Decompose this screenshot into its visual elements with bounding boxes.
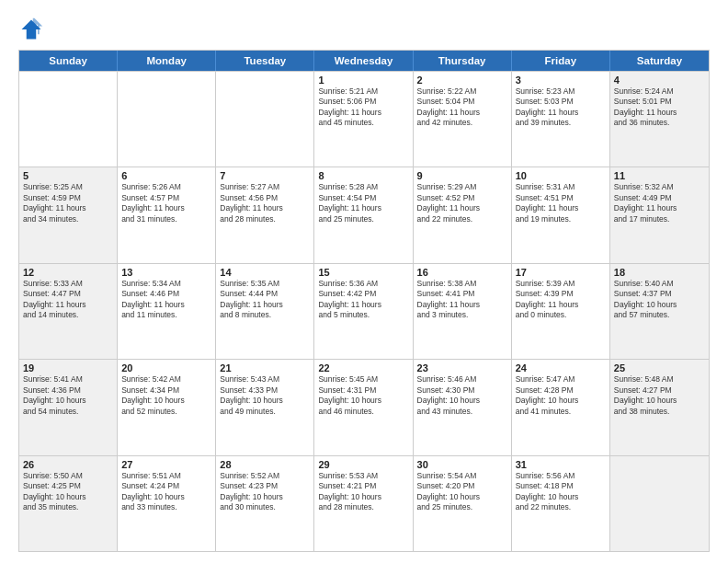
empty-cell-4-6 xyxy=(610,456,709,551)
day-cell-10: 10Sunrise: 5:31 AM Sunset: 4:51 PM Dayli… xyxy=(512,167,610,262)
calendar-row-0: 1Sunrise: 5:21 AM Sunset: 5:06 PM Daylig… xyxy=(19,71,709,167)
day-info: Sunrise: 5:22 AM Sunset: 5:04 PM Dayligh… xyxy=(417,86,507,129)
day-info: Sunrise: 5:48 AM Sunset: 4:27 PM Dayligh… xyxy=(614,374,705,417)
day-info: Sunrise: 5:27 AM Sunset: 4:56 PM Dayligh… xyxy=(220,182,310,224)
day-number: 3 xyxy=(516,75,606,86)
day-cell-9: 9Sunrise: 5:29 AM Sunset: 4:52 PM Daylig… xyxy=(414,167,512,262)
day-header-friday: Friday xyxy=(512,51,610,71)
day-info: Sunrise: 5:31 AM Sunset: 4:51 PM Dayligh… xyxy=(516,182,606,224)
day-number: 19 xyxy=(23,362,113,373)
day-number: 6 xyxy=(121,170,211,181)
calendar-row-1: 5Sunrise: 5:25 AM Sunset: 4:59 PM Daylig… xyxy=(19,167,709,262)
day-cell-5: 5Sunrise: 5:25 AM Sunset: 4:59 PM Daylig… xyxy=(19,167,118,262)
calendar: SundayMondayTuesdayWednesdayThursdayFrid… xyxy=(18,50,710,552)
calendar-body: 1Sunrise: 5:21 AM Sunset: 5:06 PM Daylig… xyxy=(19,71,709,551)
day-number: 5 xyxy=(23,170,113,181)
day-number: 29 xyxy=(318,459,408,470)
day-number: 4 xyxy=(614,75,705,86)
day-cell-12: 12Sunrise: 5:33 AM Sunset: 4:47 PM Dayli… xyxy=(19,264,118,359)
day-number: 28 xyxy=(220,459,310,470)
day-cell-16: 16Sunrise: 5:38 AM Sunset: 4:41 PM Dayli… xyxy=(414,264,512,359)
calendar-header-row: SundayMondayTuesdayWednesdayThursdayFrid… xyxy=(19,51,709,71)
day-number: 11 xyxy=(614,170,705,181)
day-number: 2 xyxy=(417,75,507,86)
day-info: Sunrise: 5:54 AM Sunset: 4:20 PM Dayligh… xyxy=(417,471,507,513)
day-number: 22 xyxy=(318,362,408,373)
day-info: Sunrise: 5:51 AM Sunset: 4:24 PM Dayligh… xyxy=(121,471,211,513)
day-info: Sunrise: 5:23 AM Sunset: 5:03 PM Dayligh… xyxy=(516,86,606,129)
day-info: Sunrise: 5:32 AM Sunset: 4:49 PM Dayligh… xyxy=(614,182,705,224)
day-cell-27: 27Sunrise: 5:51 AM Sunset: 4:24 PM Dayli… xyxy=(118,456,216,551)
day-header-thursday: Thursday xyxy=(414,51,512,71)
day-info: Sunrise: 5:45 AM Sunset: 4:31 PM Dayligh… xyxy=(318,374,408,417)
day-number: 16 xyxy=(417,267,507,278)
day-info: Sunrise: 5:34 AM Sunset: 4:46 PM Dayligh… xyxy=(121,279,211,321)
day-info: Sunrise: 5:41 AM Sunset: 4:36 PM Dayligh… xyxy=(23,374,113,417)
day-info: Sunrise: 5:21 AM Sunset: 5:06 PM Dayligh… xyxy=(318,86,408,129)
empty-cell-0-0 xyxy=(19,72,118,167)
day-cell-7: 7Sunrise: 5:27 AM Sunset: 4:56 PM Daylig… xyxy=(216,167,314,262)
day-cell-20: 20Sunrise: 5:42 AM Sunset: 4:34 PM Dayli… xyxy=(118,360,216,454)
day-info: Sunrise: 5:36 AM Sunset: 4:42 PM Dayligh… xyxy=(318,279,408,321)
day-number: 8 xyxy=(318,170,408,181)
day-info: Sunrise: 5:38 AM Sunset: 4:41 PM Dayligh… xyxy=(417,279,507,321)
day-number: 1 xyxy=(318,75,408,86)
day-info: Sunrise: 5:25 AM Sunset: 4:59 PM Dayligh… xyxy=(23,182,113,224)
day-cell-29: 29Sunrise: 5:53 AM Sunset: 4:21 PM Dayli… xyxy=(314,456,413,551)
day-number: 21 xyxy=(220,362,310,373)
calendar-row-2: 12Sunrise: 5:33 AM Sunset: 4:47 PM Dayli… xyxy=(19,263,709,359)
day-cell-23: 23Sunrise: 5:46 AM Sunset: 4:30 PM Dayli… xyxy=(414,360,512,454)
day-info: Sunrise: 5:50 AM Sunset: 4:25 PM Dayligh… xyxy=(23,471,113,513)
logo xyxy=(18,17,48,42)
day-info: Sunrise: 5:52 AM Sunset: 4:23 PM Dayligh… xyxy=(220,471,310,513)
day-info: Sunrise: 5:33 AM Sunset: 4:47 PM Dayligh… xyxy=(23,279,113,321)
day-info: Sunrise: 5:46 AM Sunset: 4:30 PM Dayligh… xyxy=(417,374,507,417)
day-number: 13 xyxy=(121,267,211,278)
empty-cell-0-2 xyxy=(216,72,314,167)
day-number: 17 xyxy=(516,267,606,278)
day-number: 25 xyxy=(614,362,705,373)
calendar-row-4: 26Sunrise: 5:50 AM Sunset: 4:25 PM Dayli… xyxy=(19,455,709,551)
day-header-sunday: Sunday xyxy=(19,51,118,71)
day-cell-24: 24Sunrise: 5:47 AM Sunset: 4:28 PM Dayli… xyxy=(512,360,610,454)
day-cell-30: 30Sunrise: 5:54 AM Sunset: 4:20 PM Dayli… xyxy=(414,456,512,551)
day-number: 9 xyxy=(417,170,507,181)
day-info: Sunrise: 5:40 AM Sunset: 4:37 PM Dayligh… xyxy=(614,279,705,321)
day-number: 26 xyxy=(23,459,113,470)
day-cell-3: 3Sunrise: 5:23 AM Sunset: 5:03 PM Daylig… xyxy=(512,72,610,167)
day-info: Sunrise: 5:42 AM Sunset: 4:34 PM Dayligh… xyxy=(121,374,211,417)
day-header-saturday: Saturday xyxy=(610,51,709,71)
day-cell-26: 26Sunrise: 5:50 AM Sunset: 4:25 PM Dayli… xyxy=(19,456,118,551)
day-cell-19: 19Sunrise: 5:41 AM Sunset: 4:36 PM Dayli… xyxy=(19,360,118,454)
day-info: Sunrise: 5:35 AM Sunset: 4:44 PM Dayligh… xyxy=(220,279,310,321)
day-cell-17: 17Sunrise: 5:39 AM Sunset: 4:39 PM Dayli… xyxy=(512,264,610,359)
calendar-row-3: 19Sunrise: 5:41 AM Sunset: 4:36 PM Dayli… xyxy=(19,359,709,454)
day-number: 7 xyxy=(220,170,310,181)
day-info: Sunrise: 5:24 AM Sunset: 5:01 PM Dayligh… xyxy=(614,86,705,129)
day-info: Sunrise: 5:53 AM Sunset: 4:21 PM Dayligh… xyxy=(318,471,408,513)
day-info: Sunrise: 5:47 AM Sunset: 4:28 PM Dayligh… xyxy=(516,374,606,417)
day-cell-13: 13Sunrise: 5:34 AM Sunset: 4:46 PM Dayli… xyxy=(118,264,216,359)
day-cell-2: 2Sunrise: 5:22 AM Sunset: 5:04 PM Daylig… xyxy=(414,72,512,167)
day-number: 31 xyxy=(516,459,606,470)
day-cell-31: 31Sunrise: 5:56 AM Sunset: 4:18 PM Dayli… xyxy=(512,456,610,551)
day-info: Sunrise: 5:39 AM Sunset: 4:39 PM Dayligh… xyxy=(516,279,606,321)
day-cell-15: 15Sunrise: 5:36 AM Sunset: 4:42 PM Dayli… xyxy=(314,264,413,359)
day-cell-21: 21Sunrise: 5:43 AM Sunset: 4:33 PM Dayli… xyxy=(216,360,314,454)
day-number: 15 xyxy=(318,267,408,278)
day-info: Sunrise: 5:43 AM Sunset: 4:33 PM Dayligh… xyxy=(220,374,310,417)
day-cell-4: 4Sunrise: 5:24 AM Sunset: 5:01 PM Daylig… xyxy=(610,72,709,167)
day-cell-22: 22Sunrise: 5:45 AM Sunset: 4:31 PM Dayli… xyxy=(314,360,413,454)
day-cell-18: 18Sunrise: 5:40 AM Sunset: 4:37 PM Dayli… xyxy=(610,264,709,359)
day-cell-14: 14Sunrise: 5:35 AM Sunset: 4:44 PM Dayli… xyxy=(216,264,314,359)
day-info: Sunrise: 5:28 AM Sunset: 4:54 PM Dayligh… xyxy=(318,182,408,224)
page-header xyxy=(18,17,710,42)
day-number: 18 xyxy=(614,267,705,278)
day-cell-28: 28Sunrise: 5:52 AM Sunset: 4:23 PM Dayli… xyxy=(216,456,314,551)
day-number: 27 xyxy=(121,459,211,470)
day-cell-1: 1Sunrise: 5:21 AM Sunset: 5:06 PM Daylig… xyxy=(314,72,413,167)
day-cell-25: 25Sunrise: 5:48 AM Sunset: 4:27 PM Dayli… xyxy=(610,360,709,454)
logo-icon xyxy=(18,17,44,42)
day-number: 20 xyxy=(121,362,211,373)
day-header-monday: Monday xyxy=(118,51,216,71)
